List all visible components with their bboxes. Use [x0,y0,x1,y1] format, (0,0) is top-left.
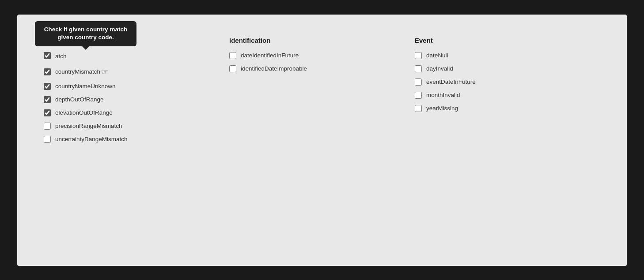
identification-column: Identification dateIdentifiedInFuture id… [229,37,415,244]
checkbox-dateNull[interactable] [415,52,422,59]
label-countryCodeMismatch: atch [55,53,67,60]
location-column: Location Check if given country matchgiv… [44,37,229,244]
checkbox-yearMissing[interactable] [415,105,422,112]
checkbox-dayInvalid[interactable] [415,65,422,72]
checkbox-item-elevationOutOfRange[interactable]: elevationOutOfRange [44,109,212,116]
checkbox-item-dateNull[interactable]: dateNull [415,52,583,59]
label-uncertaintyRangeMismatch: uncertaintyRangeMismatch [55,136,128,142]
checkbox-item-monthInvalid[interactable]: monthInvalid [415,92,583,99]
checkbox-uncertaintyRangeMismatch[interactable] [44,136,51,143]
label-identifiedDateImprobable: identifiedDateImprobable [241,65,307,72]
checkbox-precisionRangeMismatch[interactable] [44,123,51,130]
checkbox-elevationOutOfRange[interactable] [44,109,51,116]
checkbox-item-countryMismatch[interactable]: countryMismatch☞ [44,67,212,77]
checkbox-item-uncertaintyRangeMismatch[interactable]: uncertaintyRangeMismatch [44,136,212,143]
tooltip-wrapper: Check if given country matchgiven countr… [44,52,55,61]
location-header: Location [44,37,212,44]
label-dateIdentifiedInFuture: dateIdentifiedInFuture [241,52,299,59]
checkbox-monthInvalid[interactable] [415,92,422,99]
label-monthInvalid: monthInvalid [426,92,460,98]
checkbox-item-countryCodeMismatch[interactable]: Check if given country matchgiven countr… [44,52,212,61]
checkbox-identifiedDateImprobable[interactable] [229,65,236,72]
checkbox-item-identifiedDateImprobable[interactable]: identifiedDateImprobable [229,65,397,72]
label-precisionRangeMismatch: precisionRangeMismatch [55,123,122,129]
event-header: Event [415,37,583,44]
checkbox-item-countryNameUnknown[interactable]: countryNameUnknown [44,83,212,90]
label-dateNull: dateNull [426,52,448,59]
checkbox-item-precisionRangeMismatch[interactable]: precisionRangeMismatch [44,123,212,130]
checkbox-item-eventDateInFuture[interactable]: eventDateInFuture [415,78,583,86]
checkbox-countryNameUnknown[interactable] [44,83,51,90]
label-countryMismatch: countryMismatch☞ [55,67,108,77]
columns-container: Location Check if given country matchgiv… [44,37,600,244]
checkbox-item-yearMissing[interactable]: yearMissing [415,105,583,112]
checkbox-countryMismatch[interactable] [44,68,51,75]
label-dayInvalid: dayInvalid [426,65,453,72]
label-yearMissing: yearMissing [426,105,458,112]
checkbox-item-dayInvalid[interactable]: dayInvalid [415,65,583,72]
checkbox-depthOutOfRange[interactable] [44,96,51,103]
label-eventDateInFuture: eventDateInFuture [426,78,476,85]
event-column: Event dateNull dayInvalid eventDateInFut… [415,37,600,244]
checkbox-item-depthOutOfRange[interactable]: depthOutOfRange [44,96,212,103]
label-countryNameUnknown: countryNameUnknown [55,83,116,90]
label-elevationOutOfRange: elevationOutOfRange [55,109,113,116]
main-window: Location Check if given country matchgiv… [17,15,627,266]
checkbox-eventDateInFuture[interactable] [415,78,422,86]
checkbox-item-dateIdentifiedInFuture[interactable]: dateIdentifiedInFuture [229,52,397,59]
checkbox-dateIdentifiedInFuture[interactable] [229,52,236,59]
label-depthOutOfRange: depthOutOfRange [55,96,104,103]
checkbox-countryCodeMismatch[interactable] [44,52,51,59]
identification-header: Identification [229,37,397,44]
